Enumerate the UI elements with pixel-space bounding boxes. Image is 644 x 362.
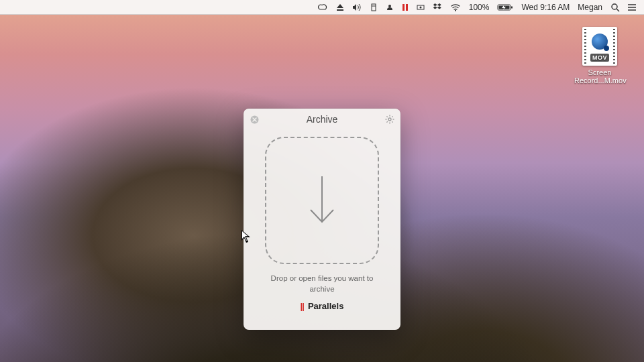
- creative-cloud-icon[interactable]: [317, 0, 328, 14]
- svg-rect-9: [511, 6, 513, 8]
- parallels-brand-text: Parallels: [308, 301, 344, 311]
- dropzone-instructions: Drop or open files you want to archive: [257, 274, 387, 294]
- svg-point-11: [612, 4, 617, 9]
- wifi-icon[interactable]: [450, 0, 461, 14]
- svg-rect-0: [372, 4, 376, 11]
- settings-button[interactable]: [384, 114, 395, 125]
- close-button[interactable]: [249, 114, 260, 125]
- user-menu[interactable]: Megan: [578, 0, 602, 14]
- parallels-icon[interactable]: [402, 0, 409, 14]
- archive-titlebar[interactable]: Archive: [244, 109, 400, 130]
- battery-icon[interactable]: [497, 0, 513, 14]
- desktop-file-mov[interactable]: MOV Screen Record...M.mov: [574, 27, 625, 84]
- desktop-file-label: Screen Record...M.mov: [574, 68, 625, 84]
- archive-dropzone[interactable]: [265, 137, 379, 264]
- eject-icon[interactable]: [336, 0, 344, 14]
- svg-point-17: [628, 7, 629, 8]
- svg-line-28: [392, 116, 392, 117]
- svg-point-16: [628, 4, 629, 5]
- clock[interactable]: Wed 9:16 AM: [521, 0, 570, 14]
- dropbox-icon[interactable]: [433, 0, 442, 14]
- svg-point-2: [388, 5, 391, 7]
- svg-point-18: [628, 9, 629, 11]
- svg-rect-4: [406, 4, 408, 11]
- parallels-brand: || Parallels: [301, 301, 344, 311]
- svg-line-27: [386, 121, 387, 122]
- volume-icon[interactable]: [352, 0, 362, 14]
- notification-center-icon[interactable]: [628, 0, 637, 14]
- archive-window: Archive Drop or open files you want to a…: [244, 109, 400, 330]
- quicktime-mov-icon: MOV: [582, 27, 617, 66]
- menu-extra-icon[interactable]: [370, 0, 378, 14]
- svg-line-26: [392, 121, 392, 122]
- menu-extra-icon-3[interactable]: [417, 0, 425, 14]
- macos-menubar: 100% Wed 9:16 AM Megan: [0, 0, 644, 15]
- parallels-logo-icon: ||: [301, 301, 304, 311]
- svg-point-7: [455, 9, 456, 11]
- svg-line-12: [616, 9, 619, 11]
- cursor-icon: [241, 230, 252, 245]
- close-icon: [250, 115, 259, 124]
- file-ext-badge: MOV: [590, 54, 609, 62]
- svg-rect-3: [402, 4, 405, 11]
- battery-percentage[interactable]: 100%: [469, 0, 490, 14]
- spotlight-icon[interactable]: [610, 0, 620, 14]
- svg-line-25: [386, 116, 387, 117]
- svg-point-20: [388, 118, 391, 121]
- arrow-down-icon: [307, 174, 337, 227]
- archive-title: Archive: [307, 114, 338, 125]
- gear-icon: [385, 115, 394, 124]
- svg-point-6: [419, 6, 421, 8]
- menu-extra-icon-2[interactable]: [386, 0, 394, 14]
